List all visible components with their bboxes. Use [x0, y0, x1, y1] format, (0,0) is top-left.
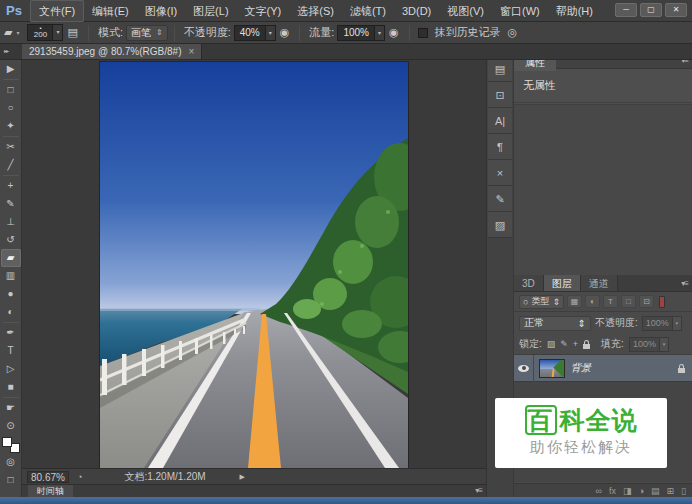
screen-mode-button[interactable]: □	[1, 471, 21, 489]
menu-filter[interactable]: 滤镜(T)	[342, 1, 394, 21]
status-flyout-icon[interactable]: ▶	[240, 473, 245, 481]
toggle-brush-panel-icon[interactable]: ▤	[63, 26, 81, 39]
layer-filter-toggle[interactable]	[659, 296, 665, 308]
document-tab[interactable]: 29135459.jpeg @ 80.7%(RGB/8#) ×	[22, 43, 202, 59]
mode-dropdown[interactable]: 画笔 ⇕	[126, 25, 168, 41]
tab-layers[interactable]: 图层	[544, 275, 581, 291]
layers-panel-tabs: 3D 图层 通道 ▾≡	[514, 275, 692, 292]
properties-panel: 属性 ▾≡ 无属性	[513, 52, 692, 275]
layer-mask-icon[interactable]: ◨	[623, 486, 632, 496]
foreground-color-swatch[interactable]	[2, 437, 12, 447]
tool-preset-caret-icon[interactable]: ▾	[16, 29, 23, 36]
toolbar-collapse-icon[interactable]: ▸▸	[4, 47, 8, 54]
clone-source-panel-icon[interactable]: ⊡	[488, 82, 512, 108]
menu-bar: Ps 文件(F) 编辑(E) 图像(I) 图层(L) 文字(Y) 选择(S) 滤…	[0, 0, 692, 22]
brush-size-picker[interactable]: • 200	[27, 24, 53, 41]
minimize-button[interactable]: ─	[615, 3, 637, 17]
lock-all-icon[interactable]	[583, 344, 590, 349]
flow-well[interactable]: 100% ▾	[337, 25, 385, 41]
filter-shape-layers-icon[interactable]: □	[621, 295, 636, 308]
timeline-panel: 时间轴 ▾≡	[22, 484, 486, 497]
menu-layer[interactable]: 图层(L)	[185, 1, 236, 21]
blur-tool[interactable]: ●	[1, 285, 21, 303]
lock-transparency-icon[interactable]: ▨	[547, 339, 556, 349]
lock-position-icon[interactable]: +	[573, 339, 578, 349]
menu-select[interactable]: 选择(S)	[289, 1, 342, 21]
brush-panel-icon[interactable]: ✎	[488, 186, 512, 212]
layer-filter-dropdown[interactable]: ○ 类型 ⇕	[519, 295, 564, 309]
zoom-tool[interactable]: ⊙	[1, 417, 21, 435]
airbrush-opacity-icon[interactable]: ◉	[276, 26, 294, 39]
layer-visibility-cell[interactable]	[514, 355, 534, 382]
new-layer-icon[interactable]: ⊞	[667, 486, 675, 496]
lock-pixels-icon[interactable]: ✎	[560, 339, 568, 349]
history-brush-tool[interactable]: ↺	[1, 231, 21, 249]
tab-channels[interactable]: 通道	[581, 275, 618, 291]
brush-size-caret-icon[interactable]: ▾	[53, 24, 63, 41]
paragraph-panel-icon[interactable]: ¶	[488, 134, 512, 160]
erase-history-checkbox[interactable]	[418, 28, 428, 38]
tab-3d[interactable]: 3D	[514, 275, 544, 291]
timeline-menu-icon[interactable]: ▾≡	[475, 486, 482, 495]
layer-row-background[interactable]: 背景	[514, 355, 692, 382]
menu-view[interactable]: 视图(V)	[439, 1, 492, 21]
filter-adjustment-layers-icon[interactable]: ◐	[585, 295, 600, 308]
filter-smart-objects-icon[interactable]: ⊡	[639, 295, 654, 308]
tool-presets-panel-icon[interactable]: ×	[488, 160, 512, 186]
brush-tool[interactable]: ✎	[1, 195, 21, 213]
move-tool[interactable]: ▶	[1, 60, 21, 78]
menu-file[interactable]: 文件(F)	[30, 0, 84, 22]
delete-layer-icon[interactable]: ▯	[681, 486, 686, 496]
options-separator	[299, 25, 300, 41]
menu-window[interactable]: 窗口(W)	[492, 1, 548, 21]
menu-help[interactable]: 帮助(H)	[548, 1, 601, 21]
opacity-well[interactable]: 40% ▾	[234, 25, 276, 41]
healing-brush-tool[interactable]: +	[1, 177, 21, 195]
marquee-tool[interactable]: □	[1, 81, 21, 99]
mode-value: 画笔	[131, 26, 151, 40]
close-button[interactable]: ✕	[665, 3, 687, 17]
shape-tool[interactable]: ■	[1, 378, 21, 396]
lasso-tool[interactable]: ○	[1, 99, 21, 117]
zoom-level[interactable]: 80.67%	[27, 471, 69, 483]
character-panel-icon[interactable]: A|	[488, 108, 512, 134]
blend-mode-dropdown[interactable]: 正常 ⇕	[519, 316, 591, 331]
brush-presets-panel-icon[interactable]: ▨	[488, 212, 512, 238]
layers-menu-icon[interactable]: ▾≡	[681, 279, 688, 288]
maximize-button[interactable]: ▢	[640, 3, 662, 17]
eyedropper-tool[interactable]: ╱	[1, 156, 21, 174]
eraser-tool-preset-icon[interactable]: ▰	[0, 26, 16, 39]
adjustment-layer-icon[interactable]: ◑	[639, 486, 644, 496]
tablet-pressure-icon[interactable]: ◎	[504, 26, 522, 39]
type-tool[interactable]: T	[1, 342, 21, 360]
filter-type-layers-icon[interactable]: T	[603, 295, 618, 308]
quick-mask-button[interactable]: ◎	[1, 453, 21, 471]
crop-tool[interactable]: ✂	[1, 138, 21, 156]
path-selection-tool[interactable]: ▷	[1, 360, 21, 378]
dodge-tool[interactable]: ◐	[1, 303, 21, 321]
clone-stamp-tool[interactable]: ⊥	[1, 213, 21, 231]
layer-name[interactable]: 背景	[571, 361, 678, 375]
gradient-tool[interactable]: ▥	[1, 267, 21, 285]
layer-group-icon[interactable]: ▤	[651, 486, 660, 496]
link-layers-icon[interactable]: ∞	[596, 486, 602, 496]
pen-tool[interactable]: ✒	[1, 324, 21, 342]
eraser-tool[interactable]: ▰	[1, 249, 21, 267]
menu-edit[interactable]: 编辑(E)	[84, 1, 137, 21]
opacity-caret-icon[interactable]: ▾	[265, 26, 275, 40]
hand-tool[interactable]: ☛	[1, 399, 21, 417]
tab-close-icon[interactable]: ×	[188, 46, 194, 57]
canvas-area[interactable]	[22, 60, 486, 468]
color-swatches[interactable]	[2, 437, 20, 453]
flow-caret-icon[interactable]: ▾	[374, 26, 384, 40]
menu-type[interactable]: 文字(Y)	[237, 1, 290, 21]
menu-3d[interactable]: 3D(D)	[394, 1, 439, 21]
layer-style-icon[interactable]: fx	[609, 486, 616, 496]
menu-image[interactable]: 图像(I)	[137, 1, 185, 21]
airbrush-flow-icon[interactable]: ◉	[385, 26, 403, 39]
options-separator	[88, 25, 89, 41]
quick-selection-tool[interactable]: ✦	[1, 117, 21, 135]
document-image[interactable]	[100, 62, 408, 468]
layer-thumbnail[interactable]	[539, 359, 565, 378]
filter-pixel-layers-icon[interactable]: ▦	[567, 295, 582, 308]
